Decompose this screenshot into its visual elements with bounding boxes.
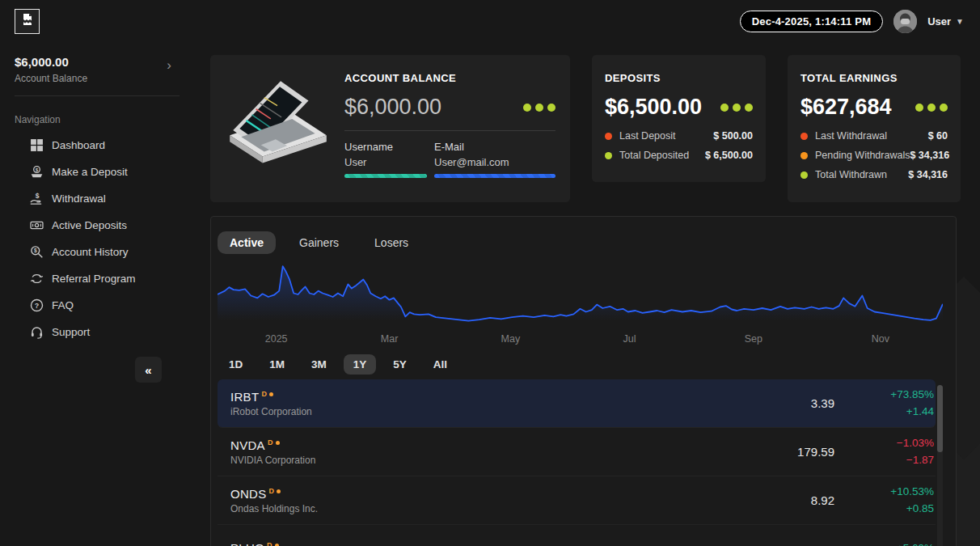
flag-dot-icon	[277, 489, 281, 493]
deposits-indicator-dots	[720, 104, 753, 112]
account-balance-card: ACCOUNT BALANCE $6,000.00 Username User …	[210, 55, 570, 202]
sidebar-item-label: Account History	[52, 246, 129, 258]
range-all[interactable]: All	[424, 354, 457, 375]
earnings-stat-rows: Last Withdrawal$ 60Pending Withdrawals$ …	[800, 130, 948, 180]
status-dot	[800, 152, 808, 159]
sidebar-item-support[interactable]: Support	[0, 319, 194, 345]
range-1m[interactable]: 1M	[260, 354, 294, 375]
deposits-title: DEPOSITS	[605, 72, 753, 84]
deposits-card: DEPOSITS $6,500.00 Last Deposit$ 500.00T…	[592, 55, 766, 182]
delayed-data-flag: D	[267, 541, 272, 546]
tab-gainers[interactable]: Gainers	[287, 231, 351, 254]
stock-change: −1.03%−1.87	[834, 435, 936, 469]
stock-symbol: PLUGD	[230, 541, 741, 546]
stock-symbol-text: PLUG	[230, 541, 264, 546]
delayed-data-flag: D	[268, 438, 273, 447]
stock-row-onds[interactable]: ONDSDOndas Holdings Inc.8.92+10.53%+0.85	[218, 476, 936, 525]
tab-active[interactable]: Active	[218, 231, 276, 254]
earning-row-label: Total Withdrawn	[815, 169, 908, 180]
sidebar-item-dashboard[interactable]: Dashboard	[0, 132, 194, 159]
stock-symbol-text: IRBT	[230, 390, 259, 404]
sidebar-item-active-deposits[interactable]: Active Deposits	[0, 212, 194, 239]
deposits-stat-rows: Last Deposit$ 500.00Total Deposited$ 6,5…	[605, 130, 753, 161]
flag-dot-icon	[275, 544, 279, 546]
nav-section-label: Navigation	[15, 114, 180, 125]
stock-name: NVIDIA Corporation	[230, 455, 741, 466]
list-scrollbar[interactable]	[937, 385, 943, 546]
username-value: User	[344, 156, 434, 168]
sidebar-item-withdrawal[interactable]: $Withdrawal	[0, 185, 194, 212]
status-dot	[605, 152, 612, 159]
market-tabs: ActiveGainersLosers	[218, 231, 956, 254]
total-earnings-amount: $627,684	[800, 95, 892, 120]
stock-change: +10.53%+0.85	[834, 484, 936, 518]
deposit-row-label: Total Deposited	[619, 150, 705, 161]
dashboard-icon	[30, 138, 44, 152]
stock-info: ONDSDOndas Holdings Inc.	[230, 487, 741, 514]
stock-change: +73.85%+1.44	[834, 387, 936, 421]
history-icon: $	[30, 245, 44, 259]
x-tick-may: May	[501, 333, 521, 345]
total-earnings-title: TOTAL EARNINGS	[800, 72, 948, 84]
sidebar-collapse-button[interactable]: «	[135, 357, 162, 383]
tab-losers[interactable]: Losers	[362, 231, 420, 254]
sidebar-item-faq[interactable]: ?FAQ	[0, 292, 194, 319]
earning-row-last-withdrawal: Last Withdrawal$ 60	[800, 130, 948, 142]
stock-row-plug[interactable]: PLUGD+5.69%	[218, 525, 936, 546]
flag-dot-icon	[269, 392, 273, 396]
sidebar-balance[interactable]: $6,000.00 › Account Balance	[0, 42, 194, 95]
stock-price: 179.59	[741, 445, 834, 459]
user-menu-label: User	[927, 15, 951, 28]
x-tick-mar: Mar	[381, 333, 399, 345]
stock-list: IRBTDiRobot Corporation3.39+73.85%+1.44N…	[218, 379, 936, 546]
stock-row-nvda[interactable]: NVDADNVIDIA Corporation179.59−1.03%−1.87	[218, 428, 936, 476]
sidebar: $6,000.00 › Account Balance Navigation D…	[0, 42, 194, 546]
user-avatar[interactable]	[893, 10, 917, 33]
stock-change-percent: −1.03%	[834, 435, 934, 452]
email-value: User@mail.com	[434, 156, 555, 168]
question-icon: ?	[30, 298, 44, 312]
user-menu[interactable]: User ▼	[927, 15, 964, 28]
stock-change-absolute: +0.85	[834, 501, 934, 518]
sidebar-divider	[15, 95, 180, 96]
svg-text:$: $	[34, 248, 37, 254]
card-divider	[344, 130, 555, 131]
username-label: Username	[344, 141, 434, 153]
sidebar-item-label: Active Deposits	[52, 219, 127, 231]
headset-icon	[30, 325, 44, 339]
stock-change-percent: +5.69%	[834, 540, 934, 546]
sidebar-item-label: Referral Program	[52, 273, 136, 285]
sidebar-item-referral-program[interactable]: Referral Program	[0, 265, 194, 292]
sidebar-item-label: Make a Deposit	[52, 166, 128, 178]
svg-text:$: $	[36, 167, 39, 172]
earning-row-value: $ 34,316	[910, 150, 949, 161]
nav-list: Dashboard$Make a Deposit$WithdrawalActiv…	[0, 132, 194, 345]
x-tick-jul: Jul	[623, 333, 636, 345]
stock-info: IRBTDiRobot Corporation	[230, 390, 741, 417]
range-1y[interactable]: 1Y	[344, 354, 377, 375]
sidebar-item-account-history[interactable]: $Account History	[0, 239, 194, 265]
app-logo[interactable]	[15, 9, 40, 34]
datetime-badge: Dec-4-2025, 1:14:11 PM	[740, 11, 883, 32]
sidebar-item-label: Dashboard	[52, 139, 105, 151]
range-5y[interactable]: 5Y	[383, 354, 416, 375]
stock-info: PLUGD	[230, 541, 741, 546]
deposit-icon: $	[30, 165, 44, 179]
stock-name: iRobot Corporation	[230, 406, 741, 417]
status-dot	[800, 133, 808, 140]
sidebar-balance-label: Account Balance	[15, 73, 180, 84]
range-3m[interactable]: 3M	[302, 354, 336, 375]
main-content: ACCOUNT BALANCE $6,000.00 Username User …	[210, 42, 980, 546]
total-earnings-card: TOTAL EARNINGS $627,684 Last Withdrawal$…	[788, 55, 961, 202]
price-chart[interactable]	[218, 260, 943, 330]
earning-row-value: $ 60	[928, 130, 948, 142]
range-1d[interactable]: 1D	[219, 354, 252, 375]
chevron-down-icon: ▼	[956, 17, 964, 26]
stock-name: Ondas Holdings Inc.	[230, 503, 741, 514]
sidebar-item-make-a-deposit[interactable]: $Make a Deposit	[0, 159, 194, 185]
email-progress-bar	[434, 174, 555, 178]
stock-change-percent: +73.85%	[834, 387, 934, 404]
stock-symbol: IRBTD	[230, 390, 741, 404]
stock-row-irbt[interactable]: IRBTDiRobot Corporation3.39+73.85%+1.44	[218, 379, 936, 428]
list-scrollbar-thumb[interactable]	[937, 385, 943, 452]
